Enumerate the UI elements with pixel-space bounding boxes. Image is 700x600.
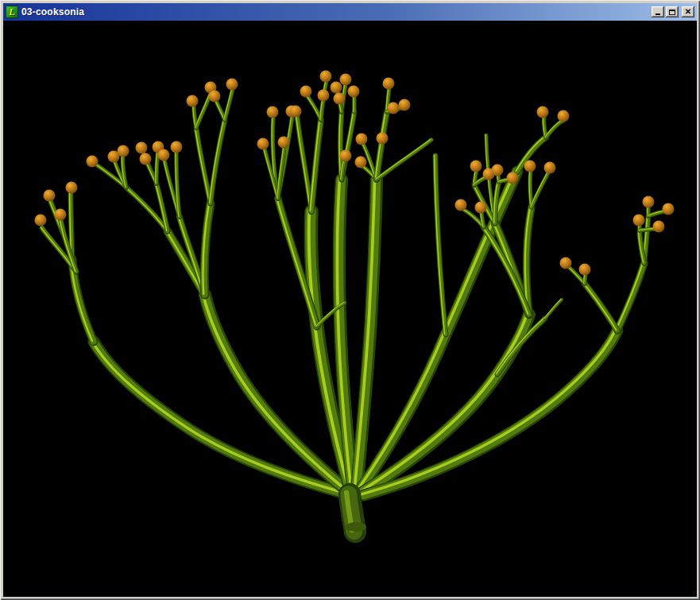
plant-canvas[interactable] <box>3 21 697 597</box>
sporangium <box>470 161 482 172</box>
sporangium <box>492 165 504 176</box>
sporangium <box>267 106 279 118</box>
app-icon[interactable]: L <box>6 6 18 18</box>
sporangium <box>653 221 665 233</box>
sporangium <box>290 106 302 118</box>
sporangium <box>226 79 238 91</box>
sporangium <box>44 190 56 202</box>
maximize-icon <box>669 10 675 15</box>
sporangium <box>355 157 367 168</box>
sporangium <box>334 93 346 105</box>
window-controls: ✕ <box>652 6 694 17</box>
sporangium <box>87 156 99 168</box>
sporangium <box>643 196 655 208</box>
sporangium <box>331 82 342 94</box>
sporangium <box>579 264 591 276</box>
sporangium <box>278 137 290 149</box>
close-icon: ✕ <box>685 8 691 16</box>
sporangium <box>340 74 352 86</box>
sporangium <box>318 90 330 102</box>
sporangium <box>187 95 199 107</box>
sporangium <box>544 162 556 174</box>
sporangium <box>475 202 487 214</box>
sporangium <box>377 133 389 145</box>
close-button[interactable]: ✕ <box>682 6 694 17</box>
sporangium <box>66 182 78 194</box>
sporangium <box>55 209 67 221</box>
sporangium <box>35 215 47 226</box>
sporangium <box>340 150 352 162</box>
sporangium <box>356 134 368 145</box>
sporangium <box>257 138 269 150</box>
minimize-icon <box>656 14 660 15</box>
sporangium <box>136 142 148 154</box>
sporangium <box>507 172 519 184</box>
sporangium <box>663 203 675 215</box>
sporangium <box>558 110 570 122</box>
sporangium <box>383 78 395 90</box>
sporangium <box>399 99 411 111</box>
sporangium <box>140 153 152 165</box>
sporangium <box>118 145 130 157</box>
sporangium <box>537 106 549 118</box>
sporangium <box>560 257 572 269</box>
sporangium <box>524 161 536 172</box>
viewport <box>3 21 697 597</box>
sporangium <box>633 215 645 226</box>
sporangium <box>158 149 170 161</box>
sporangium <box>171 141 183 153</box>
sporangium <box>209 91 221 103</box>
sporangium <box>320 71 332 83</box>
app-window: L 03-cooksonia ✕ <box>0 0 700 600</box>
title-bar[interactable]: L 03-cooksonia ✕ <box>3 3 697 21</box>
minimize-button[interactable] <box>652 6 664 17</box>
window-title: 03-cooksonia <box>21 6 84 17</box>
sporangium <box>388 103 400 114</box>
sporangium <box>300 86 312 98</box>
sporangium <box>348 86 360 98</box>
sporangium <box>455 199 467 211</box>
maximize-button[interactable] <box>666 6 679 17</box>
